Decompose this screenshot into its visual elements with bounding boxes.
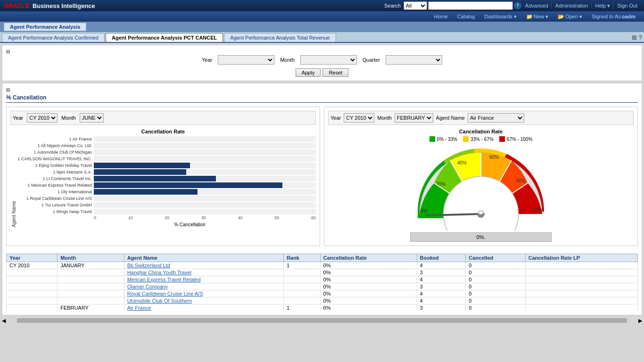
table-cell: 3: [417, 269, 466, 276]
new-link[interactable]: 📁 New ▾: [521, 13, 553, 21]
sign-out-link[interactable]: Sign Out: [614, 3, 640, 8]
table-cell: [7, 276, 58, 283]
bar-label: 1 Automobile Club Of Michigan: [17, 150, 92, 155]
table-cell: 4: [417, 297, 466, 304]
filter-collapse-icon[interactable]: ⊟: [6, 49, 10, 54]
col-year: Year: [7, 254, 58, 262]
table-cell: [283, 269, 320, 276]
bar-row: 1 All Nippon Airways Co. Ltd.: [17, 143, 316, 148]
bar-label: 1 lajes Marsans S.A.: [17, 170, 92, 174]
help-link[interactable]: Help ▾: [593, 3, 614, 9]
bar-fill: [94, 169, 186, 175]
bar-label: 1 CARLSON WAGONLIT TRAVEL INC.: [17, 156, 92, 161]
table-cell[interactable]: Merican Express Travel Related: [124, 276, 283, 283]
bar-chart-area: Agent Name 1 Air France1 All Nippon Airw…: [10, 136, 316, 227]
signed-in-label: Signed In As oadm: [587, 13, 640, 21]
bar-label: 1 Wings Away Travel: [17, 209, 92, 214]
legend-red-color: [499, 136, 505, 142]
filter-buttons: Apply Reset: [6, 68, 638, 77]
table-cell: [525, 276, 637, 283]
bar-label: 1 All Nippon Airways Co. Ltd.: [17, 143, 92, 148]
open-link[interactable]: 📂 Open ▾: [553, 13, 587, 21]
table-cell[interactable]: Hanghai China Youth Travel: [124, 269, 283, 276]
bar-row: 1 Eijing Golden Holiday Travel: [17, 163, 316, 168]
gauge-chart-panel: Year CY 2010 Month FEBRUARY Agent Name A…: [324, 107, 638, 246]
table-cell: 4: [417, 290, 466, 297]
x-tick: 30: [201, 215, 206, 220]
x-tick: 20: [165, 215, 169, 220]
bar-label: 1 Royal Caribbean Cruise Line A/S: [17, 196, 92, 201]
help-tab-icon[interactable]: ?: [639, 34, 642, 41]
col-month: Month: [58, 254, 124, 262]
table-row: Hanghai China Youth Travel0%30: [7, 269, 638, 276]
bottom-scrollbar-track[interactable]: [17, 318, 627, 323]
gauge-month-select[interactable]: FEBRUARY: [395, 113, 433, 123]
table-cell[interactable]: Royal Caribbean Cruise Line A/S: [124, 290, 283, 297]
administration-link[interactable]: Administration: [553, 3, 592, 8]
bar-container: [94, 202, 316, 208]
gauge-agent-label: Agent Name: [436, 115, 465, 121]
year-filter-select[interactable]: [218, 55, 274, 65]
bar-row: 1 Air France: [17, 136, 316, 142]
table-cell: 0: [466, 297, 525, 304]
table-cell[interactable]: Bti Switzerland Ltd: [124, 262, 283, 269]
table-cell: 4: [417, 276, 466, 283]
bar-container: [94, 169, 316, 175]
table-cell: JANUARY: [58, 262, 124, 269]
gauge-title: Cancellation Rate: [459, 129, 503, 134]
table-cell: [525, 283, 637, 290]
catalog-link[interactable]: Catalog: [453, 13, 480, 21]
content-collapse-icon[interactable]: ⊟: [6, 87, 10, 92]
table-cell: 0: [466, 283, 525, 290]
scroll-left-icon[interactable]: ◀: [0, 318, 8, 324]
month-filter-select[interactable]: [300, 55, 357, 65]
gauge-chart-controls: Year CY 2010 Month FEBRUARY Agent Name A…: [328, 111, 634, 125]
table-cell[interactable]: Air France: [124, 304, 283, 312]
gauge-agent-select[interactable]: Air France: [468, 113, 524, 123]
bar-x-label: % Cancellation: [17, 222, 316, 227]
gauge-year-label: Year: [330, 115, 341, 121]
legend-red-label: 67% - 100%: [507, 137, 532, 142]
data-table-scroll[interactable]: Year Month Agent Name Rank Cancellation …: [6, 250, 638, 311]
grid-icon[interactable]: ⊞: [632, 34, 637, 41]
advanced-link[interactable]: Advanced: [522, 3, 552, 8]
search-scope-select[interactable]: All: [404, 1, 427, 10]
bottom-scrollbar-area: ◀ ▶: [0, 317, 644, 324]
bar-container: [94, 143, 316, 148]
table-cell: [283, 297, 320, 304]
tab-pct-cancel[interactable]: Agent Performance Analysis PCT CANCEL: [106, 33, 223, 42]
oracle-logo: ORACLE: [4, 2, 30, 9]
open-folder-icon: 📂: [558, 14, 564, 20]
bar-label: 1 Air France: [17, 137, 92, 141]
dashboards-link[interactable]: Dashboards ▾: [479, 13, 521, 21]
tab-total-revenue[interactable]: Agent Performance Analysis Total Revenue: [224, 33, 336, 42]
home-link[interactable]: Home: [429, 13, 452, 21]
bar-row: 1 Oly International: [17, 189, 316, 195]
bar-year-select[interactable]: CY 2010: [27, 113, 58, 123]
bar-container: [94, 176, 316, 181]
bar-row: 1 Royal Caribbean Cruise Line A/S: [17, 196, 316, 201]
bar-month-select[interactable]: JUNE: [80, 113, 104, 123]
table-cell[interactable]: Utomobile Club Of Southern: [124, 297, 283, 304]
table-cell: [525, 269, 637, 276]
table-cell: 0: [466, 304, 525, 312]
search-input[interactable]: [428, 1, 513, 10]
quarter-filter-select[interactable]: [386, 55, 442, 65]
section-title: % Cancellation: [6, 94, 638, 103]
reset-button[interactable]: Reset: [322, 68, 348, 77]
gauge-container: Cancellation Rate 0% - 33% 33% - 67% 67%…: [328, 129, 634, 242]
main-content: ⊟ % Cancellation Year CY 2010 Month JUNE…: [2, 83, 642, 315]
gauge-year-select[interactable]: CY 2010: [344, 113, 374, 123]
table-row: Utomobile Club Of Southern0%40: [7, 297, 638, 304]
x-tick: 40: [238, 215, 243, 220]
scroll-right-icon[interactable]: ▶: [636, 318, 644, 324]
search-help-icon[interactable]: ?: [514, 2, 521, 9]
bar-month-label: Month: [61, 115, 76, 121]
tab-confirmed[interactable]: Agent Performance Analysis Confirmed: [2, 33, 105, 42]
table-cell: [283, 290, 320, 297]
legend-red: 67% - 100%: [499, 136, 532, 142]
table-cell[interactable]: Olamer Company: [124, 283, 283, 290]
apply-button[interactable]: Apply: [296, 68, 321, 77]
bar-row: 1 Mexican Express Travel Related: [17, 182, 316, 188]
table-cell: [7, 290, 58, 297]
